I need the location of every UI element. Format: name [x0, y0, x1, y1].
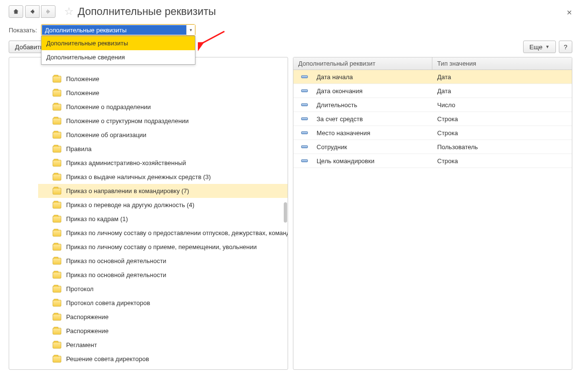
filter-option[interactable]: Дополнительные сведения: [42, 50, 195, 64]
attribute-type: Строка: [432, 157, 572, 165]
tree-item-label: Правила: [66, 145, 92, 153]
close-button[interactable]: ✕: [567, 9, 572, 16]
tree-item-label: Приказ административно-хозяйственный: [66, 159, 186, 167]
tree-item-label: Приказ о переводе на другую должность (4…: [66, 201, 194, 209]
table-row[interactable]: СотрудникПользователь: [293, 140, 572, 154]
folder-icon: [53, 216, 61, 223]
more-button[interactable]: Еще▼: [523, 41, 556, 53]
folder-icon: [53, 118, 61, 125]
attribute-name: Длительность: [317, 101, 357, 109]
folder-icon: [53, 244, 61, 251]
tree-item[interactable]: Распоряжение: [38, 310, 288, 324]
folder-icon: [53, 272, 61, 279]
attribute-name: Место назначения: [317, 129, 370, 137]
table-header-name[interactable]: Дополнительный реквизит: [293, 57, 432, 70]
help-button[interactable]: ?: [559, 41, 572, 53]
filter-label: Показать:: [9, 27, 37, 34]
tree-item-label: Решение совета директоров: [66, 355, 149, 363]
tree-item[interactable]: Приказ по основной деятельности: [38, 254, 288, 268]
table-row[interactable]: ДлительностьЧисло: [293, 98, 572, 112]
tree-item-label: Положение о структурном подразделении: [66, 117, 189, 125]
table-row[interactable]: Цель командировкиСтрока: [293, 154, 572, 168]
table-row[interactable]: За счет средствСтрока: [293, 112, 572, 126]
tree-item[interactable]: Правила: [38, 142, 288, 156]
tree-item[interactable]: Положение: [38, 72, 288, 86]
attribute-name: Дата окончания: [317, 87, 362, 95]
attribute-icon: [301, 145, 308, 148]
attribute-type: Дата: [432, 87, 572, 95]
folder-icon: [53, 356, 61, 363]
scrollbar-thumb[interactable]: [284, 202, 287, 223]
tree-item-label: Положение: [66, 89, 99, 97]
tree-item-label: Распоряжение: [66, 313, 109, 321]
tree-item[interactable]: Регламент: [38, 338, 288, 352]
filter-option[interactable]: Дополнительные реквизиты: [42, 36, 195, 50]
more-button-label: Еще: [529, 43, 542, 51]
table-row[interactable]: Дата окончанияДата: [293, 84, 572, 98]
folder-icon: [53, 202, 61, 209]
tree-item[interactable]: Положение о подразделении: [38, 100, 288, 114]
attribute-type: Строка: [432, 115, 572, 123]
attribute-name: Цель командировки: [317, 157, 374, 165]
folder-icon: [53, 314, 61, 321]
tree-item[interactable]: Приказ по кадрам (1): [38, 212, 288, 226]
home-button[interactable]: [9, 5, 23, 18]
tree-item-label: Приказ о направлении в командировку (7): [66, 187, 189, 195]
forward-button[interactable]: [41, 5, 55, 18]
attribute-icon: [301, 117, 308, 120]
tree-item-label: Приказ по основной деятельности: [66, 257, 166, 265]
back-button[interactable]: [25, 5, 40, 18]
table-row[interactable]: Дата началаДата: [293, 70, 572, 84]
tree-item[interactable]: Приказ по личному составу о предоставлен…: [38, 226, 288, 240]
home-icon: [13, 8, 19, 15]
folder-icon: [53, 230, 61, 237]
filter-input[interactable]: [42, 25, 186, 35]
folder-icon: [53, 300, 61, 307]
tree-item-label: Приказ по личному составу о приеме, пере…: [66, 243, 257, 251]
table-header-type[interactable]: Тип значения: [432, 57, 572, 70]
attribute-icon: [301, 75, 308, 78]
tree-item-label: Протокол совета директоров: [66, 299, 150, 307]
tree-item[interactable]: Распоряжение: [38, 324, 288, 338]
folder-icon: [53, 90, 61, 97]
attribute-name: За счет средств: [317, 115, 363, 123]
favorite-star-icon[interactable]: ☆: [64, 5, 74, 18]
tree-item[interactable]: Решение совета директоров: [38, 352, 288, 366]
filter-combo[interactable]: ▼ Дополнительные реквизиты Дополнительны…: [41, 24, 195, 36]
tree-item[interactable]: Положение: [38, 86, 288, 100]
tree-item[interactable]: Приказ по основной деятельности: [38, 268, 288, 282]
tree-item-label: Регламент: [66, 341, 97, 349]
tree-item[interactable]: Приказ по личному составу о приеме, пере…: [38, 240, 288, 254]
arrow-left-icon: [30, 9, 35, 14]
tree-item[interactable]: Протокол: [38, 282, 288, 296]
filter-dropdown-arrow[interactable]: ▼: [186, 25, 195, 35]
tree-item[interactable]: Приказ о направлении в командировку (7): [38, 184, 288, 198]
attribute-type: Пользователь: [432, 143, 572, 151]
folder-icon: [53, 132, 61, 139]
tree-item-label: Приказ о выдаче наличных денежных средст…: [66, 173, 211, 181]
tree-item[interactable]: Приказ о переводе на другую должность (4…: [38, 198, 288, 212]
tree-item-label: Положение об организации: [66, 131, 146, 139]
attribute-icon: [301, 159, 308, 162]
tree-item[interactable]: Положение о структурном подразделении: [38, 114, 288, 128]
attribute-type: Строка: [432, 129, 572, 137]
table-panel: Дополнительный реквизит Тип значения Дат…: [293, 57, 572, 370]
tree-item[interactable]: Приказ о выдаче наличных денежных средст…: [38, 170, 288, 184]
folder-icon: [53, 174, 61, 181]
tree-item[interactable]: Приказ административно-хозяйственный: [38, 156, 288, 170]
tree-item-label: Приказ по личному составу о предоставлен…: [66, 229, 288, 237]
arrow-right-icon: [46, 9, 51, 14]
attribute-name: Дата начала: [317, 73, 353, 81]
folder-icon: [53, 104, 61, 111]
add-button-label: Добавить: [15, 43, 43, 51]
attribute-name: Сотрудник: [317, 143, 347, 151]
folder-icon: [53, 286, 61, 293]
attribute-type: Число: [432, 101, 572, 109]
tree-item[interactable]: Протокол совета директоров: [38, 296, 288, 310]
tree-item[interactable]: Положение об организации: [38, 128, 288, 142]
folder-icon: [53, 76, 61, 83]
tree-panel: ПоложениеПоложениеПоложение о подразделе…: [9, 57, 288, 370]
tree-item-label: Положение: [66, 75, 99, 83]
tree-item-label: Приказ по кадрам (1): [66, 215, 128, 223]
table-row[interactable]: Место назначенияСтрока: [293, 126, 572, 140]
